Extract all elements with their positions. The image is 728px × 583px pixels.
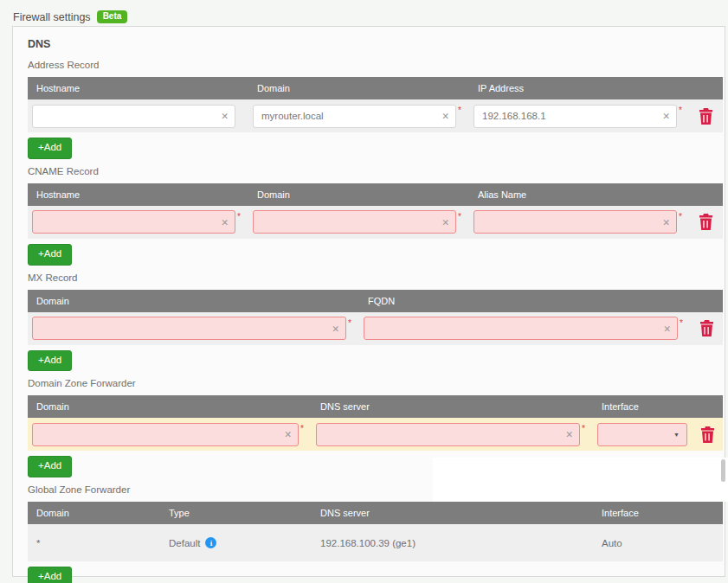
section-mx-record: MX Record Domain FQDN ✕ * ✕ * xyxy=(28,272,723,372)
page-title: Firewall settings xyxy=(13,11,91,23)
required-asterisk: * xyxy=(348,319,355,328)
domain-input[interactable] xyxy=(253,210,456,234)
interface-select[interactable]: ▼ xyxy=(597,423,687,446)
dns-server-input-wrap: ✕ xyxy=(316,423,580,446)
global-interface-value: Auto xyxy=(593,538,723,548)
add-domain-zone-forwarder-button[interactable]: +Add xyxy=(28,456,72,477)
domain-zone-forwarder-label: Domain Zone Forwarder xyxy=(28,378,723,388)
global-dns-server-value: 192.168.100.39 (ge1) xyxy=(312,538,593,548)
alias-name-input-wrap: ✕ xyxy=(474,210,677,234)
dns-server-input[interactable] xyxy=(316,423,580,446)
clear-icon[interactable]: ✕ xyxy=(565,430,573,439)
mx-record-label: MX Record xyxy=(28,272,723,283)
section-address-record: Address Record Hostname Domain IP Addres… xyxy=(28,60,723,159)
trash-icon xyxy=(699,220,713,233)
fqdn-input-wrap: ✕ xyxy=(364,317,678,340)
domain-input[interactable] xyxy=(253,105,456,128)
column-header-domain: Domain xyxy=(28,508,160,518)
add-mx-record-button[interactable]: +Add xyxy=(28,350,72,372)
dns-heading: DNS xyxy=(28,38,725,50)
hostname-input-wrap: ✕ xyxy=(32,105,235,128)
delete-cname-record-button[interactable] xyxy=(697,212,715,232)
scrollbar-thumb[interactable] xyxy=(721,459,725,482)
ip-address-input-wrap: ✕ xyxy=(474,105,677,128)
column-header-interface: Interface xyxy=(593,401,692,412)
trash-icon xyxy=(699,326,714,339)
global-domain-value: * xyxy=(28,538,160,548)
required-asterisk: * xyxy=(582,425,589,433)
global-zone-forwarder-table-header: Domain Type DNS server Interface xyxy=(28,502,723,524)
dns-settings-panel: DNS Address Record Hostname Domain IP Ad… xyxy=(12,26,725,577)
delete-domain-zone-forwarder-button[interactable] xyxy=(699,425,717,445)
column-header-domain: Domain xyxy=(28,296,359,306)
alias-name-input[interactable] xyxy=(474,210,677,234)
trash-icon xyxy=(700,432,715,445)
clear-icon[interactable]: ✕ xyxy=(221,112,229,121)
clear-icon[interactable]: ✕ xyxy=(441,218,449,227)
hostname-input[interactable] xyxy=(32,210,235,234)
column-header-fqdn: FQDN xyxy=(359,296,691,306)
address-record-label: Address Record xyxy=(28,60,723,70)
required-asterisk: * xyxy=(680,319,686,328)
clear-icon[interactable]: ✕ xyxy=(284,430,292,439)
trash-icon xyxy=(699,114,713,127)
clear-icon[interactable]: ✕ xyxy=(663,324,671,333)
clear-icon[interactable]: ✕ xyxy=(441,112,449,121)
clear-icon[interactable]: ✕ xyxy=(221,218,229,227)
domain-zone-forwarder-row: ✕ * ✕ * ▼ xyxy=(28,418,723,451)
cname-record-label: CNAME Record xyxy=(28,166,723,176)
hostname-input[interactable] xyxy=(32,105,235,128)
column-header-ip-address: IP Address xyxy=(469,83,690,93)
add-address-record-button[interactable]: +Add xyxy=(28,138,72,159)
column-header-dns-server: DNS server xyxy=(312,401,593,412)
section-domain-zone-forwarder: Domain Zone Forwarder Domain DNS server … xyxy=(28,378,723,477)
required-asterisk: * xyxy=(300,425,307,433)
page-header: Firewall settings Beta xyxy=(0,0,728,26)
cname-record-row: ✕ * ✕ * ✕ * xyxy=(28,206,723,239)
required-asterisk: * xyxy=(458,106,465,115)
domain-input-wrap: ✕ xyxy=(32,423,299,446)
column-header-hostname: Hostname xyxy=(28,83,248,93)
column-header-domain: Domain xyxy=(28,401,312,412)
column-header-type: Type xyxy=(160,508,312,518)
cname-record-table-header: Hostname Domain Alias Name xyxy=(28,183,723,206)
domain-zone-forwarder-table-header: Domain DNS server Interface xyxy=(28,395,723,418)
clear-icon[interactable]: ✕ xyxy=(662,112,670,121)
mx-record-row: ✕ * ✕ * xyxy=(28,312,723,345)
domain-input[interactable] xyxy=(32,317,346,340)
column-header-alias-name: Alias Name xyxy=(469,189,690,200)
chevron-down-icon: ▼ xyxy=(673,432,680,438)
delete-address-record-button[interactable] xyxy=(697,106,715,126)
info-icon[interactable]: i xyxy=(205,537,216,548)
column-header-domain: Domain xyxy=(248,189,469,200)
add-global-zone-forwarder-button[interactable]: +Add xyxy=(28,567,72,583)
domain-input[interactable] xyxy=(32,423,299,446)
clear-icon[interactable]: ✕ xyxy=(332,324,339,333)
global-zone-forwarder-row: * Default i 192.168.100.39 (ge1) Auto xyxy=(28,524,723,561)
hostname-input-wrap: ✕ xyxy=(32,210,235,234)
column-header-interface: Interface xyxy=(593,508,723,518)
section-cname-record: CNAME Record Hostname Domain Alias Name … xyxy=(28,166,723,266)
beta-badge: Beta xyxy=(97,10,128,23)
fqdn-input[interactable] xyxy=(364,317,678,340)
interface-dropdown-popup xyxy=(433,458,728,502)
required-asterisk: * xyxy=(679,106,686,115)
column-header-domain: Domain xyxy=(248,83,469,93)
mx-record-table-header: Domain FQDN xyxy=(28,290,723,312)
domain-input-wrap: ✕ xyxy=(32,317,346,340)
address-record-table-header: Hostname Domain IP Address xyxy=(28,77,723,99)
delete-mx-record-button[interactable] xyxy=(698,318,716,338)
domain-input-wrap: ✕ xyxy=(253,210,456,234)
required-asterisk: * xyxy=(237,213,244,221)
clear-icon[interactable]: ✕ xyxy=(662,218,670,227)
domain-input-wrap: ✕ xyxy=(253,105,456,128)
required-asterisk: * xyxy=(679,213,686,221)
global-type-value: Default xyxy=(169,538,200,548)
ip-address-input[interactable] xyxy=(474,105,677,128)
column-header-hostname: Hostname xyxy=(28,189,248,200)
add-cname-record-button[interactable]: +Add xyxy=(28,244,72,266)
column-header-dns-server: DNS server xyxy=(312,508,593,518)
required-asterisk: * xyxy=(458,213,465,221)
address-record-row: ✕ ✕ * ✕ * xyxy=(28,99,723,132)
